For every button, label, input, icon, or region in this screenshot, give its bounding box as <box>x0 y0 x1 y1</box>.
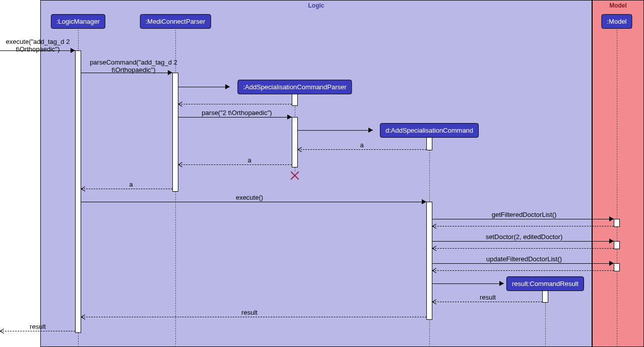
activation-add-spec-cmd-exec <box>426 202 432 320</box>
msg-return-result2 <box>81 317 426 317</box>
activation-logic-manager <box>75 50 81 333</box>
msg-create-spec-parser <box>178 87 230 87</box>
arrow-create-spec-cmd <box>368 128 373 133</box>
participant-command-result: result:CommandResult <box>506 276 584 291</box>
activation-add-spec-cmd-create <box>426 137 432 150</box>
arrow-execute-d <box>422 199 426 204</box>
msg-return-get-filtered <box>432 226 614 226</box>
lifeline-model <box>617 27 617 347</box>
msg-create-result <box>432 283 504 284</box>
activation-command-result <box>542 291 548 303</box>
label-parse: parse("2 t\Orthopaedic") <box>202 109 272 117</box>
msg-return-a3 <box>81 189 172 189</box>
label-get-filtered: getFilteredDoctorList() <box>492 211 557 218</box>
msg-return-update-filtered <box>432 270 614 271</box>
activation-model-3 <box>614 263 620 271</box>
activation-add-spec-parser-create <box>292 94 298 106</box>
msg-get-filtered <box>432 219 614 219</box>
label-return-result-out: result <box>30 323 46 330</box>
activation-model-1 <box>614 219 620 227</box>
label-return-result2: result <box>241 309 257 316</box>
msg-set-doctor <box>432 241 614 242</box>
frame-model: Model <box>592 0 644 347</box>
msg-update-filtered <box>432 263 614 264</box>
msg-create-spec-cmd <box>298 130 373 131</box>
msg-return-result1 <box>432 302 542 302</box>
frame-logic: Logic <box>40 0 592 347</box>
activation-mediconnect-parser <box>172 73 178 192</box>
msg-return-result-out <box>0 331 75 331</box>
arrow-parse <box>287 114 292 120</box>
label-set-doctor: setDoctor(2, editedDoctor) <box>486 233 562 241</box>
frame-logic-title: Logic <box>308 2 325 9</box>
activation-add-spec-parser-parse <box>292 117 298 167</box>
msg-return-set-doctor <box>432 248 614 249</box>
arrow-create-spec-parser <box>225 84 230 89</box>
msg-return-a1 <box>298 149 426 150</box>
msg-execute-d <box>81 202 426 202</box>
activation-model-2 <box>614 241 620 249</box>
participant-logic-manager: :LogicManager <box>51 14 105 29</box>
label-return-result1: result <box>480 294 496 301</box>
arrow-create-result <box>499 281 504 286</box>
participant-add-spec-parser: :AddSpecialisationCommandParser <box>237 80 352 94</box>
participant-mediconnect-parser: :MediConnectParser <box>140 14 211 29</box>
arrow-set-doctor <box>609 239 614 244</box>
arrow-update-filtered <box>609 261 614 266</box>
arrow-get-filtered <box>609 216 614 221</box>
label-execute-in: execute("add_tag_d 2 t\Orthopaedic") <box>0 38 76 53</box>
participant-model: :Model <box>601 14 632 29</box>
label-return-a3: a <box>129 181 133 188</box>
msg-parse <box>178 117 292 118</box>
label-update-filtered: updateFilteredDoctorList() <box>486 255 562 263</box>
msg-return-a2 <box>178 164 292 165</box>
label-execute-d: execute() <box>236 194 263 201</box>
label-return-a1: a <box>360 141 363 149</box>
participant-add-spec-command: d:AddSpecialisationCommand <box>380 123 479 138</box>
label-parse-command: parseCommand("add_tag_d 2 t\Orthopaedic"… <box>83 59 184 74</box>
destroy-spec-parser-icon <box>289 170 300 181</box>
msg-return-spec-parser <box>178 104 292 104</box>
label-return-a2: a <box>247 156 251 164</box>
frame-model-title: Model <box>609 2 627 9</box>
